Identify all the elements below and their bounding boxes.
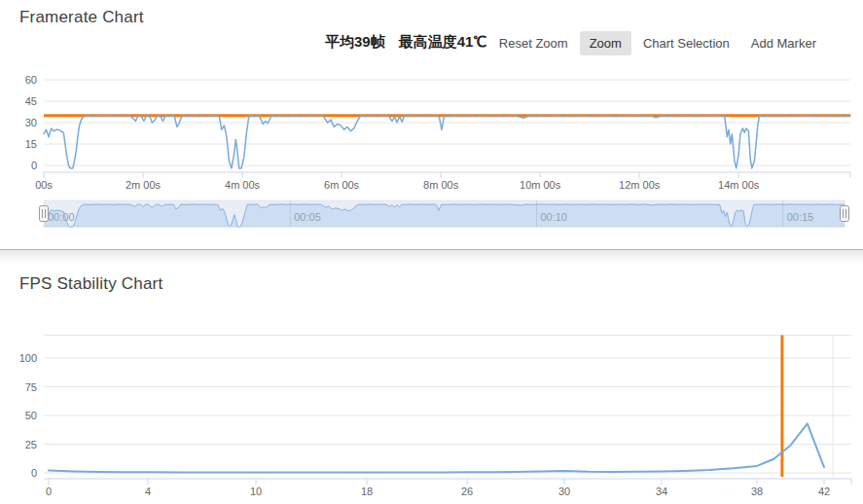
fr-x-axis-label: 4m 00s	[225, 179, 261, 191]
handle-grip[interactable]	[40, 206, 49, 222]
fps-series-line	[44, 115, 850, 167]
fr-y-axis-label: 15	[25, 138, 37, 150]
stab-y-axis-label: 25	[25, 439, 37, 450]
stab-x-axis-label: 34	[656, 486, 667, 497]
stab-x-axis-label: 0	[46, 486, 52, 497]
fr-x-axis-label: 00s	[35, 179, 53, 191]
chart-selection-button[interactable]: Chart Selection	[633, 31, 739, 55]
stab-x-axis-label: 38	[751, 486, 763, 497]
stab-y-axis-label: 0	[31, 467, 37, 479]
fr-x-axis-label: 10m 00s	[520, 179, 561, 191]
stab-x-axis-label: 10	[250, 486, 262, 497]
stab-x-axis-label: 26	[461, 486, 473, 497]
stab-x-axis-label: 4	[145, 486, 151, 497]
fps-stability-chart-title: FPS Stability Chart	[19, 274, 162, 294]
app: 01530456000s2m 00s4m 00s6m 00s8m 00s10m …	[0, 0, 863, 504]
stab-y-axis-label: 100	[19, 352, 37, 364]
fr-x-axis-label: 14m 00s	[718, 179, 760, 191]
chart-toolbar: Reset Zoom Zoom Chart Selection Add Mark…	[489, 31, 826, 55]
fr-y-axis-label: 45	[25, 95, 37, 107]
max-temperature-stat: 最高温度41℃	[399, 33, 487, 52]
fr-y-axis-label: 60	[25, 74, 37, 86]
framerate-chart-plot-area[interactable]: 01530456000s2m 00s4m 00s6m 00s8m 00s10m …	[25, 74, 850, 191]
fr-y-axis-label: 0	[31, 160, 37, 171]
reset-zoom-button[interactable]: Reset Zoom	[489, 31, 578, 55]
handle-grip[interactable]	[841, 206, 849, 222]
fr-x-axis-label: 6m 00s	[324, 179, 360, 191]
framerate-chart-title: Framerate Chart	[19, 8, 144, 27]
average-fps-stat: 平均39帧	[325, 33, 385, 52]
fr-y-axis-label: 30	[25, 117, 37, 128]
add-marker-button[interactable]: Add Marker	[741, 31, 826, 55]
section-divider	[0, 249, 863, 264]
stab-y-axis-label: 50	[25, 410, 37, 421]
stab-x-axis-label: 30	[558, 486, 570, 497]
navigator-right-handle[interactable]	[841, 206, 849, 222]
stab-y-axis-label: 75	[25, 381, 37, 393]
stab-x-axis-label: 42	[818, 486, 830, 497]
zoom-button[interactable]: Zoom	[580, 31, 631, 55]
framerate-stats: 平均39帧 最高温度41℃	[325, 33, 486, 52]
navigator-left-handle[interactable]	[40, 206, 49, 222]
fr-x-axis-label: 2m 00s	[126, 179, 162, 191]
stab-x-axis-label: 18	[361, 486, 373, 497]
framerate-navigator[interactable]: 00:0000:0500:1000:15	[40, 200, 849, 227]
stability-series-line	[49, 423, 824, 472]
fr-x-axis-label: 8m 00s	[423, 179, 459, 191]
fr-x-axis-label: 12m 00s	[619, 179, 661, 191]
fps-stability-chart-plot-area[interactable]: 02550751000410182630343842	[19, 335, 851, 497]
